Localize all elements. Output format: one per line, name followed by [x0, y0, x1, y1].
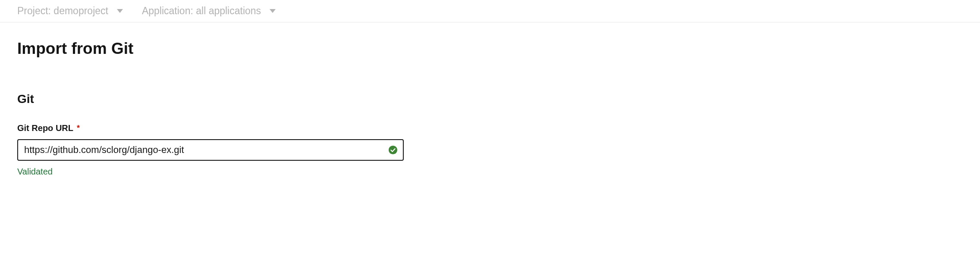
- git-repo-url-label: Git Repo URL *: [17, 123, 963, 133]
- application-dropdown[interactable]: Application: all applications: [142, 5, 276, 17]
- git-repo-url-input[interactable]: [17, 139, 404, 161]
- field-label-text: Git Repo URL: [17, 123, 73, 133]
- project-dropdown-label: Project: demoproject: [17, 5, 108, 17]
- application-dropdown-label: Application: all applications: [142, 5, 261, 17]
- topbar: Project: demoproject Application: all ap…: [0, 0, 980, 22]
- project-dropdown[interactable]: Project: demoproject: [17, 5, 123, 17]
- page-title: Import from Git: [17, 40, 963, 58]
- required-asterisk: *: [77, 124, 80, 133]
- git-section-heading: Git: [17, 92, 963, 106]
- main-content: Import from Git Git Git Repo URL * Valid…: [0, 22, 980, 177]
- caret-down-icon: [270, 9, 276, 13]
- validation-status: Validated: [17, 167, 963, 177]
- caret-down-icon: [117, 9, 123, 13]
- git-repo-url-input-wrapper: [17, 139, 404, 161]
